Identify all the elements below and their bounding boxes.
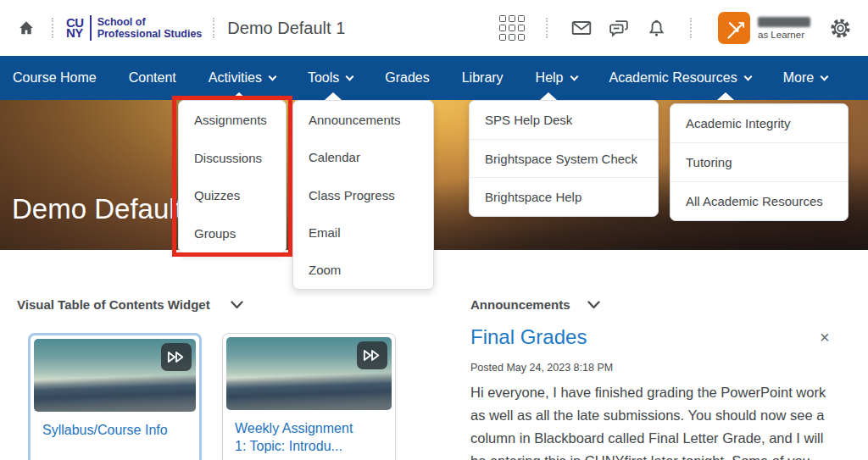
menu-item-assignments[interactable]: Assignments [179, 101, 286, 139]
logo-separator [90, 15, 92, 41]
top-header: CU NY School of Professional Studies Dem… [0, 0, 868, 56]
banner-course-title: Demo Default 1 [12, 193, 206, 225]
announcements-widget-header: Announcements [470, 297, 600, 312]
chevron-down-icon [821, 72, 829, 80]
nav-library[interactable]: Library [446, 56, 520, 100]
dropdown-caret [540, 92, 557, 100]
card-link-label[interactable]: Syllabus/Course Info [34, 412, 196, 439]
chevron-down-icon [570, 72, 578, 80]
menu-item-groups[interactable]: Groups [179, 214, 286, 252]
fast-forward-icon[interactable] [357, 341, 387, 369]
visual-toc-widget-title: Visual Table of Contents Widget [17, 297, 210, 312]
course-navbar: Course Home Content Activities Tools Gra… [0, 56, 868, 100]
nav-grades[interactable]: Grades [369, 56, 445, 100]
redacted-user-name [758, 17, 810, 27]
impersonation-swap-arrows-icon [718, 12, 750, 44]
menu-item-email[interactable]: Email [293, 213, 433, 251]
toc-card-syllabus[interactable]: Syllabus/Course Info [28, 333, 202, 460]
role-label: as Learner [758, 30, 810, 40]
menu-item-quizzes[interactable]: Quizzes [179, 177, 286, 215]
logo-acro-bottom: NY [66, 28, 84, 38]
chevron-down-icon [268, 72, 276, 80]
announcement-posted-date: Posted May 24, 2023 8:18 PM [470, 362, 613, 374]
card-thumbnail-image [226, 337, 392, 410]
activities-dropdown-menu: Assignments Discussions Quizzes Groups [178, 100, 287, 253]
menu-item-zoom[interactable]: Zoom [293, 252, 433, 289]
visual-toc-widget-header: Visual Table of Contents Widget [17, 297, 243, 312]
header-divider [52, 18, 53, 38]
bell-icon[interactable] [642, 14, 670, 42]
home-icon[interactable] [12, 14, 41, 42]
dropdown-caret [231, 92, 248, 100]
nav-more[interactable]: More [767, 56, 843, 100]
mail-icon[interactable] [567, 14, 596, 42]
menu-item-brightspace-system-check[interactable]: Brightspace System Check [470, 139, 658, 178]
announcements-widget-title: Announcements [470, 297, 570, 312]
menu-item-sps-help-desk[interactable]: SPS Help Desk [470, 101, 658, 139]
help-dropdown-menu: SPS Help Desk Brightspace System Check B… [469, 100, 659, 217]
announcement-body: Hi everyone, I have finished grading the… [470, 381, 826, 460]
chat-icon[interactable] [604, 14, 633, 42]
impersonation-user-menu[interactable]: as Learner [718, 12, 810, 44]
lms-course-homepage: CU NY School of Professional Studies Dem… [0, 0, 868, 460]
toc-card-weekly-assignment-1[interactable]: Weekly Assignment 1: Topic: Introdu... [222, 333, 396, 460]
chevron-down-icon [346, 72, 354, 80]
app-switcher-waffle-icon[interactable] [498, 14, 526, 42]
card-link-label[interactable]: Weekly Assignment 1: Topic: Introdu... [226, 410, 392, 455]
menu-item-announcements[interactable]: Announcements [293, 101, 433, 138]
cuny-sps-logo[interactable]: CU NY School of Professional Studies [66, 15, 202, 41]
tools-dropdown-menu: Announcements Calendar Class Progress Em… [292, 100, 434, 290]
logo-name-line1: School of [97, 16, 203, 28]
menu-item-class-progress[interactable]: Class Progress [293, 176, 433, 213]
chevron-down-icon[interactable] [231, 301, 243, 309]
menu-item-calendar[interactable]: Calendar [293, 138, 433, 175]
card-thumbnail-image [34, 339, 196, 412]
menu-item-all-academic-resources[interactable]: All Academic Resources [670, 181, 848, 220]
nav-content[interactable]: Content [113, 56, 192, 100]
header-divider [690, 18, 692, 38]
fast-forward-icon[interactable] [161, 343, 192, 371]
gear-icon[interactable] [826, 14, 854, 42]
menu-item-tutoring[interactable]: Tutoring [670, 142, 848, 181]
nav-academic-resources[interactable]: Academic Resources [593, 56, 767, 100]
logo-name-line2: Professional Studies [97, 28, 203, 40]
announcement-title-link[interactable]: Final Grades [470, 325, 587, 349]
course-title: Demo Default 1 [227, 19, 345, 38]
dropdown-caret [325, 92, 342, 100]
close-icon[interactable]: × [820, 329, 830, 346]
chevron-down-icon [743, 72, 752, 80]
academic-resources-dropdown-menu: Academic Integrity Tutoring All Academic… [670, 103, 849, 221]
menu-item-brightspace-help[interactable]: Brightspace Help [470, 177, 658, 216]
header-divider [213, 18, 214, 38]
nav-course-home[interactable]: Course Home [0, 56, 113, 100]
dropdown-caret [717, 92, 734, 100]
header-divider [546, 18, 548, 38]
menu-item-academic-integrity[interactable]: Academic Integrity [670, 104, 848, 142]
chevron-down-icon[interactable] [587, 301, 600, 309]
menu-item-discussions[interactable]: Discussions [179, 139, 286, 177]
